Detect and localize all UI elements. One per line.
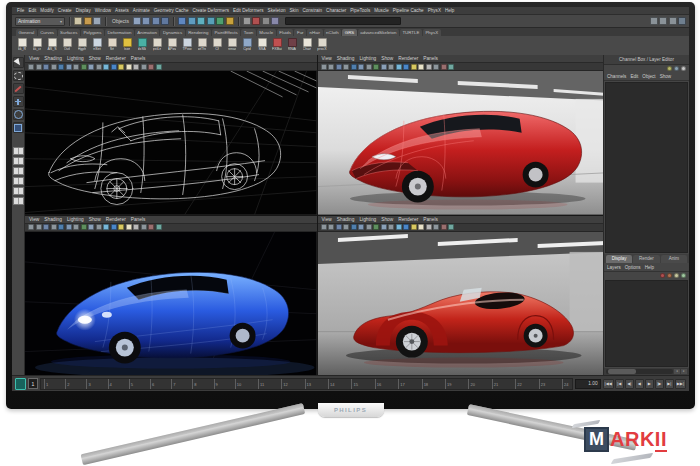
- scroll-right-icon[interactable]: ▸: [681, 369, 687, 374]
- channel-box-corner-icon[interactable]: [667, 66, 672, 71]
- viewport-menu-item[interactable]: Shading: [44, 217, 62, 222]
- timeline-tick[interactable]: 5: [129, 379, 133, 389]
- viewport-toolbar-icon[interactable]: [28, 64, 34, 70]
- snap-icon[interactable]: [207, 17, 215, 25]
- shelf-item[interactable]: renar: [225, 38, 239, 54]
- scrollbar-thumb[interactable]: [608, 369, 636, 374]
- shelf-item[interactable]: APov: [165, 38, 179, 54]
- playback-button[interactable]: ◀|: [625, 379, 634, 389]
- menu-item[interactable]: Assets: [115, 8, 129, 13]
- timeline-tick[interactable]: 10: [235, 379, 241, 389]
- viewport-canvas-classic-red-car[interactable]: [318, 232, 610, 376]
- viewport-toolbar-icon[interactable]: [336, 64, 342, 70]
- viewport-toolbar-icon[interactable]: [366, 224, 372, 230]
- layout-preset-button[interactable]: [13, 147, 24, 155]
- viewport-toolbar-icon[interactable]: [403, 224, 409, 230]
- playback-button[interactable]: |▶: [655, 379, 664, 389]
- shelf-item[interactable]: Srt: [105, 38, 119, 54]
- viewport-menu-item[interactable]: View: [29, 217, 39, 222]
- viewport-toolbar-icon[interactable]: [58, 64, 64, 70]
- viewport-toolbar-icon[interactable]: [148, 224, 154, 230]
- horizontal-scrollbar[interactable]: ◂ ▸: [604, 368, 689, 375]
- viewport-toolbar-icon[interactable]: [448, 224, 454, 230]
- layer-editor-tab[interactable]: Render: [633, 255, 659, 263]
- viewport-toolbar-icon[interactable]: [118, 64, 124, 70]
- viewport-toolbar-icon[interactable]: [133, 64, 139, 70]
- render-icon[interactable]: [243, 17, 251, 25]
- menu-item[interactable]: File: [17, 8, 24, 13]
- viewport-toolbar-icon[interactable]: [418, 224, 424, 230]
- timeline-tick[interactable]: 7: [171, 379, 175, 389]
- viewport-toolbar-icon[interactable]: [66, 224, 72, 230]
- shelf-tab[interactable]: Animation: [135, 29, 160, 36]
- timeline-tick[interactable]: 4: [108, 379, 112, 389]
- viewport-toolbar-icon[interactable]: [358, 64, 364, 70]
- layer-editor-icon[interactable]: [660, 273, 665, 278]
- viewport-menu-item[interactable]: Renderer: [398, 56, 418, 61]
- shelf-item[interactable]: RNAt: [285, 38, 299, 54]
- viewport-toolbar-icon[interactable]: [366, 64, 372, 70]
- viewport-canvas-blue-car[interactable]: [25, 232, 317, 376]
- timeline-tick[interactable]: 19: [445, 379, 451, 389]
- viewport-toolbar-icon[interactable]: [96, 224, 102, 230]
- viewport-toolbar-icon[interactable]: [111, 64, 117, 70]
- playback-button[interactable]: ◀: [635, 379, 644, 389]
- layer-editor-icon[interactable]: [667, 273, 672, 278]
- viewport-toolbar-icon[interactable]: [43, 64, 49, 70]
- shelf-tab[interactable]: General: [16, 29, 37, 36]
- viewport-toolbar-icon[interactable]: [43, 224, 49, 230]
- viewport-toolbar-icon[interactable]: [328, 64, 334, 70]
- ui-toggle-icon[interactable]: [659, 17, 667, 25]
- viewport-toolbar-icon[interactable]: [51, 64, 57, 70]
- menu-item[interactable]: Muscle: [374, 8, 389, 13]
- shelf-item[interactable]: wtThr: [195, 38, 209, 54]
- viewport-toolbar-icon[interactable]: [156, 224, 162, 230]
- layout-preset-button[interactable]: [13, 167, 24, 175]
- layout-preset-button[interactable]: [13, 177, 24, 185]
- menu-item[interactable]: Modify: [40, 8, 54, 13]
- viewport-toolbar-icon[interactable]: [126, 224, 132, 230]
- tool-button[interactable]: [13, 96, 24, 107]
- menu-item[interactable]: Constrain: [302, 8, 322, 13]
- menu-item[interactable]: PhysX: [428, 8, 441, 13]
- timeline-tick[interactable]: 21: [492, 379, 498, 389]
- viewport-toolbar-icon[interactable]: [96, 64, 102, 70]
- viewport-toolbar-icon[interactable]: [88, 64, 94, 70]
- viewport-toolbar-icon[interactable]: [111, 224, 117, 230]
- timeline-tick[interactable]: 9: [214, 379, 218, 389]
- viewport-toolbar-icon[interactable]: [148, 64, 154, 70]
- viewport-toolbar-icon[interactable]: [118, 224, 124, 230]
- viewport-menu-item[interactable]: Shading: [337, 56, 355, 61]
- viewport-toolbar-icon[interactable]: [426, 64, 432, 70]
- timeline-tick[interactable]: 17: [398, 379, 404, 389]
- snap-icon[interactable]: [188, 17, 196, 25]
- viewport-toolbar-icon[interactable]: [58, 224, 64, 230]
- shelf-tab[interactable]: Dynamics: [160, 29, 184, 36]
- viewport-toolbar-icon[interactable]: [321, 224, 327, 230]
- layout-preset-button[interactable]: [13, 197, 24, 205]
- shelf-tab[interactable]: GRS: [342, 29, 357, 36]
- viewport-toolbar-icon[interactable]: [103, 224, 109, 230]
- timeline-tick[interactable]: 3: [86, 379, 90, 389]
- shelf-item[interactable]: Chart: [300, 38, 314, 54]
- selection-mask-icon[interactable]: [142, 17, 150, 25]
- viewport-menu-item[interactable]: Panels: [131, 217, 146, 222]
- shelf-tab[interactable]: Surfaces: [58, 29, 80, 36]
- timeline-tick[interactable]: 20: [468, 379, 474, 389]
- shelf-tab[interactable]: PhysX: [423, 29, 441, 36]
- viewport-toolbar-icon[interactable]: [381, 224, 387, 230]
- tool-button[interactable]: [13, 70, 24, 81]
- render-icon[interactable]: [262, 17, 270, 25]
- layer-editor-menu-item[interactable]: Options: [625, 265, 641, 270]
- viewport-menu-item[interactable]: Panels: [423, 56, 438, 61]
- selection-mask-icon[interactable]: [133, 17, 141, 25]
- viewport-menu-item[interactable]: Show: [381, 217, 393, 222]
- status-input[interactable]: [285, 17, 401, 25]
- menu-item[interactable]: Skin: [290, 8, 299, 13]
- status-file-icon[interactable]: [93, 17, 101, 25]
- menu-item[interactable]: Character: [326, 8, 346, 13]
- shelf-tab[interactable]: nHair: [307, 29, 323, 36]
- current-frame-indicator[interactable]: 1: [28, 378, 38, 389]
- viewport-toolbar-icon[interactable]: [396, 64, 402, 70]
- viewport-menu-item[interactable]: Renderer: [398, 217, 418, 222]
